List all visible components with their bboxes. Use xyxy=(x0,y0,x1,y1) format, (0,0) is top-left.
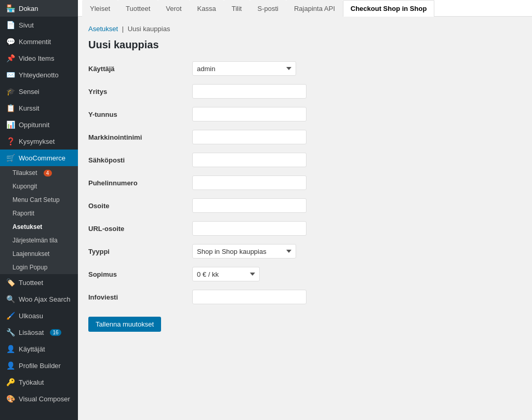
input-yritys[interactable] xyxy=(192,84,307,99)
sidebar-item-lisaaosat[interactable]: 🔧 Lisäosat 16 xyxy=(0,324,78,341)
field-infoviesti xyxy=(192,290,307,304)
sivut-icon: 📄 xyxy=(6,21,15,29)
woo-ajax-search-icon: 🔍 xyxy=(6,295,15,303)
tab-tilit[interactable]: Tilit xyxy=(224,0,250,17)
sidebar-item-woo-ajax-search[interactable]: 🔍 Woo Ajax Search xyxy=(0,291,78,307)
field-yritys xyxy=(192,84,307,99)
field-osoite xyxy=(192,198,307,213)
input-puhelinnumero[interactable] xyxy=(192,175,307,190)
kayttajat-icon: 👤 xyxy=(6,345,15,353)
sidebar-item-sivut[interactable]: 📄 Sivut xyxy=(0,17,78,33)
kysymykset-icon: ❓ xyxy=(6,137,15,145)
label-sahkoposti: Sähköposti xyxy=(88,156,192,164)
form-row-sahkoposti: Sähköposti xyxy=(88,153,522,167)
form-row-sopimus: Sopimus 0 € / kk xyxy=(88,267,522,281)
label-kayttaja: Käyttäjä xyxy=(88,65,192,73)
form-row-tyyppi: Tyyppi Shop in Shop kauppias xyxy=(88,244,522,259)
form-row-y-tunnus: Y-tunnus xyxy=(88,107,522,121)
sidebar-item-kurssit[interactable]: 📋 Kurssit xyxy=(0,100,78,116)
tabs-bar: Yleiset Tuotteet Verot Kassa Tilit S-pos… xyxy=(78,0,532,17)
sidebar-item-laajennukset[interactable]: Laajennukset xyxy=(0,247,78,261)
form-row-kayttaja: Käyttäjä admin xyxy=(88,61,522,76)
select-kayttaja[interactable]: admin xyxy=(192,61,296,76)
sidebar-item-visual-composer[interactable]: 🎨 Visual Composer xyxy=(0,390,78,407)
tab-verot[interactable]: Verot xyxy=(158,0,189,17)
kommentit-icon: 💬 xyxy=(6,37,15,46)
breadcrumb-current: Uusi kauppias xyxy=(128,25,170,33)
field-markkinointinimi xyxy=(192,130,307,144)
field-sopimus: 0 € / kk xyxy=(192,267,307,281)
content-area: Asetukset | Uusi kauppias Uusi kauppias … xyxy=(78,17,532,340)
kurssit-icon: 📋 xyxy=(6,104,15,112)
tab-kassa[interactable]: Kassa xyxy=(190,0,224,17)
yhteydenotto-icon: ✉️ xyxy=(6,71,15,79)
form-row-osoite: Osoite xyxy=(88,198,522,213)
sidebar-item-kommentit[interactable]: 💬 Kommentit xyxy=(0,33,78,50)
main-content: Yleiset Tuotteet Verot Kassa Tilit S-pos… xyxy=(78,0,532,420)
ulkoasu-icon: 🖌️ xyxy=(6,311,15,320)
input-url-osoite[interactable] xyxy=(192,221,307,236)
sidebar-item-kayttajat[interactable]: 👤 Käyttäjät xyxy=(0,341,78,357)
sidebar-item-tyokalut[interactable]: 🔑 Työkalut xyxy=(0,374,78,390)
tilaukset-badge: 4 xyxy=(44,170,52,177)
form-row-markkinointinimi: Markkinointinimi xyxy=(88,130,522,144)
input-sahkoposti[interactable] xyxy=(192,153,307,167)
tab-yleiset[interactable]: Yleiset xyxy=(82,0,118,17)
sidebar-item-oppitunnit[interactable]: 📊 Oppitunnit xyxy=(0,116,78,133)
sidebar-item-tilaukset[interactable]: Tilaukset 4 xyxy=(0,166,78,180)
label-infoviesti: Infoviesti xyxy=(88,293,192,301)
label-yritys: Yritys xyxy=(88,88,192,96)
video-icon: 📌 xyxy=(6,54,15,62)
sensei-icon: 🎓 xyxy=(6,87,15,96)
sidebar-item-asetukset[interactable]: Asetukset xyxy=(0,220,78,234)
sidebar-item-sensei[interactable]: 🎓 Sensei xyxy=(0,83,78,100)
field-y-tunnus xyxy=(192,107,307,121)
field-url-osoite xyxy=(192,221,307,236)
label-tyyppi: Tyyppi xyxy=(88,248,192,255)
sidebar-item-menu-cart-setup[interactable]: Menu Cart Setup xyxy=(0,193,78,207)
tab-s-posti[interactable]: S-posti xyxy=(250,0,286,17)
tab-rajapinta-api[interactable]: Rajapinta API xyxy=(286,0,343,17)
input-infoviesti[interactable] xyxy=(192,290,307,304)
tab-checkout-shop[interactable]: Checkout Shop in Shop xyxy=(343,0,435,17)
tuotteet-icon: 🏷️ xyxy=(6,278,15,287)
select-sopimus[interactable]: 0 € / kk xyxy=(192,267,260,281)
sidebar-item-yhteydenotto[interactable]: ✉️ Yhteydenotto xyxy=(0,66,78,83)
label-osoite: Osoite xyxy=(88,202,192,210)
tyokalut-icon: 🔑 xyxy=(6,378,15,386)
field-kayttaja: admin xyxy=(192,61,307,76)
input-markkinointinimi[interactable] xyxy=(192,130,307,144)
sidebar-item-tuotteet[interactable]: 🏷️ Tuotteet xyxy=(0,274,78,291)
sidebar-item-login-popup[interactable]: Login Popup xyxy=(0,261,78,274)
form-row-infoviesti: Infoviesti xyxy=(88,290,522,304)
profile-builder-icon: 👤 xyxy=(6,361,15,370)
sidebar-item-kupongit[interactable]: Kupongit xyxy=(0,180,78,193)
woocommerce-submenu: Tilaukset 4 Kupongit Menu Cart Setup Rap… xyxy=(0,166,78,274)
field-sahkoposti xyxy=(192,153,307,167)
sidebar-item-video-items[interactable]: 📌 Video Items xyxy=(0,50,78,66)
form-row-puhelinnumero: Puhelinnumero xyxy=(88,175,522,190)
sidebar-item-raportit[interactable]: Raportit xyxy=(0,207,78,220)
sidebar-item-kysymykset[interactable]: ❓ Kysymykset xyxy=(0,133,78,150)
breadcrumb-link[interactable]: Asetukset xyxy=(88,25,118,33)
sidebar-item-dokan[interactable]: 🏪 Dokan xyxy=(0,0,78,17)
save-button[interactable]: Tallenna muutokset xyxy=(88,317,161,332)
label-url-osoite: URL-osoite xyxy=(88,225,192,233)
sidebar-item-woocommerce[interactable]: 🛒 WooCommerce xyxy=(0,150,78,166)
sidebar-item-profile-builder[interactable]: 👤 Profile Builder xyxy=(0,357,78,374)
select-tyyppi[interactable]: Shop in Shop kauppias xyxy=(192,244,296,259)
input-osoite[interactable] xyxy=(192,198,307,213)
woocommerce-icon: 🛒 xyxy=(6,154,15,162)
form-row-url-osoite: URL-osoite xyxy=(88,221,522,236)
lisaaosat-icon: 🔧 xyxy=(6,328,15,336)
label-puhelinnumero: Puhelinnumero xyxy=(88,179,192,187)
page-title: Uusi kauppias xyxy=(88,39,522,51)
visual-composer-icon: 🎨 xyxy=(6,395,15,403)
sidebar-item-jarjestelman-tila[interactable]: Järjestelmän tila xyxy=(0,234,78,247)
input-y-tunnus[interactable] xyxy=(192,107,307,121)
form-row-yritys: Yritys xyxy=(88,84,522,99)
lisaaosat-badge: 16 xyxy=(50,329,61,336)
sidebar-item-ulkoasu[interactable]: 🖌️ Ulkoasu xyxy=(0,307,78,324)
tab-tuotteet[interactable]: Tuotteet xyxy=(118,0,158,17)
field-tyyppi: Shop in Shop kauppias xyxy=(192,244,307,259)
